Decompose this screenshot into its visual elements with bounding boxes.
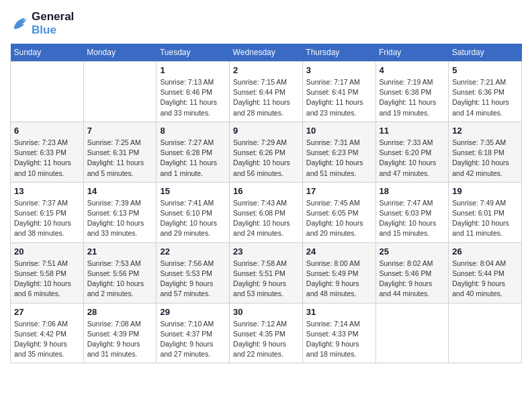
day-info: Sunrise: 7:39 AMSunset: 6:13 PMDaylight:…	[87, 198, 153, 239]
day-cell: 14Sunrise: 7:39 AMSunset: 6:13 PMDayligh…	[83, 182, 157, 242]
day-cell	[449, 303, 522, 363]
day-cell: 30Sunrise: 7:12 AMSunset: 4:35 PMDayligh…	[230, 303, 303, 363]
day-cell: 28Sunrise: 7:08 AMSunset: 4:39 PMDayligh…	[83, 303, 157, 363]
day-info: Sunrise: 7:15 AMSunset: 6:44 PMDaylight:…	[233, 77, 299, 118]
day-cell: 2Sunrise: 7:15 AMSunset: 6:44 PMDaylight…	[230, 62, 303, 122]
day-number: 4	[380, 65, 445, 75]
day-number: 26	[452, 246, 518, 257]
day-number: 10	[306, 126, 372, 136]
day-number: 29	[160, 307, 226, 317]
day-number: 23	[233, 246, 299, 257]
day-number: 24	[306, 246, 372, 257]
day-number: 18	[380, 186, 445, 196]
day-info: Sunrise: 7:37 AMSunset: 6:15 PMDaylight:…	[14, 198, 80, 239]
day-info: Sunrise: 7:35 AMSunset: 6:18 PMDaylight:…	[452, 138, 518, 179]
day-number: 27	[14, 307, 80, 317]
weekday-header-row: SundayMondayTuesdayWednesdayThursdayFrid…	[11, 44, 522, 62]
day-info: Sunrise: 7:17 AMSunset: 6:41 PMDaylight:…	[306, 77, 372, 118]
day-info: Sunrise: 7:06 AMSunset: 4:42 PMDaylight:…	[14, 319, 80, 360]
day-info: Sunrise: 7:43 AMSunset: 6:08 PMDaylight:…	[233, 198, 299, 239]
day-info: Sunrise: 7:10 AMSunset: 4:37 PMDaylight:…	[160, 319, 226, 360]
day-number: 2	[233, 65, 299, 75]
day-number: 15	[160, 186, 226, 196]
day-cell: 3Sunrise: 7:17 AMSunset: 6:41 PMDaylight…	[302, 62, 375, 122]
day-number: 17	[306, 186, 372, 196]
day-info: Sunrise: 7:31 AMSunset: 6:23 PMDaylight:…	[306, 138, 372, 179]
day-number: 13	[14, 186, 80, 196]
day-cell: 15Sunrise: 7:41 AMSunset: 6:10 PMDayligh…	[157, 182, 230, 242]
day-info: Sunrise: 7:58 AMSunset: 5:51 PMDaylight:…	[233, 259, 299, 300]
day-cell: 16Sunrise: 7:43 AMSunset: 6:08 PMDayligh…	[230, 182, 303, 242]
day-info: Sunrise: 7:56 AMSunset: 5:53 PMDaylight:…	[160, 259, 226, 300]
day-number: 28	[87, 307, 153, 317]
day-info: Sunrise: 7:51 AMSunset: 5:58 PMDaylight:…	[14, 259, 80, 300]
day-info: Sunrise: 7:29 AMSunset: 6:26 PMDaylight:…	[233, 138, 299, 179]
day-info: Sunrise: 7:33 AMSunset: 6:20 PMDaylight:…	[380, 138, 445, 179]
calendar-table: SundayMondayTuesdayWednesdayThursdayFrid…	[10, 44, 522, 363]
day-info: Sunrise: 7:21 AMSunset: 6:36 PMDaylight:…	[452, 77, 518, 118]
day-cell: 18Sunrise: 7:47 AMSunset: 6:03 PMDayligh…	[375, 182, 449, 242]
day-number: 8	[160, 126, 226, 136]
day-number: 12	[452, 126, 518, 136]
day-number: 11	[380, 126, 445, 136]
weekday-header-saturday: Saturday	[449, 44, 522, 62]
weekday-header-wednesday: Wednesday	[230, 44, 303, 62]
day-info: Sunrise: 7:12 AMSunset: 4:35 PMDaylight:…	[233, 319, 299, 360]
day-info: Sunrise: 7:08 AMSunset: 4:39 PMDaylight:…	[87, 319, 153, 360]
day-info: Sunrise: 7:14 AMSunset: 4:33 PMDaylight:…	[306, 319, 372, 360]
day-cell: 4Sunrise: 7:19 AMSunset: 6:38 PMDaylight…	[375, 62, 449, 122]
day-number: 7	[87, 126, 153, 136]
day-number: 19	[452, 186, 518, 196]
day-number: 9	[233, 126, 299, 136]
day-number: 31	[306, 307, 372, 317]
day-cell: 5Sunrise: 7:21 AMSunset: 6:36 PMDaylight…	[449, 62, 522, 122]
weekday-header-friday: Friday	[375, 44, 449, 62]
day-info: Sunrise: 7:19 AMSunset: 6:38 PMDaylight:…	[380, 77, 445, 118]
day-number: 14	[87, 186, 153, 196]
day-cell: 10Sunrise: 7:31 AMSunset: 6:23 PMDayligh…	[302, 122, 375, 182]
weekday-header-thursday: Thursday	[302, 44, 375, 62]
day-cell: 1Sunrise: 7:13 AMSunset: 6:46 PMDaylight…	[157, 62, 230, 122]
day-info: Sunrise: 7:27 AMSunset: 6:28 PMDaylight:…	[160, 138, 226, 179]
week-row-1: 1Sunrise: 7:13 AMSunset: 6:46 PMDaylight…	[11, 62, 522, 122]
day-info: Sunrise: 7:49 AMSunset: 6:01 PMDaylight:…	[452, 198, 518, 239]
week-row-3: 13Sunrise: 7:37 AMSunset: 6:15 PMDayligh…	[11, 182, 522, 242]
logo: General Blue	[10, 10, 74, 37]
day-cell: 8Sunrise: 7:27 AMSunset: 6:28 PMDaylight…	[157, 122, 230, 182]
day-info: Sunrise: 7:41 AMSunset: 6:10 PMDaylight:…	[160, 198, 226, 239]
day-number: 25	[380, 246, 445, 257]
weekday-header-monday: Monday	[83, 44, 157, 62]
day-cell: 17Sunrise: 7:45 AMSunset: 6:05 PMDayligh…	[302, 182, 375, 242]
day-number: 6	[14, 126, 80, 136]
day-cell: 31Sunrise: 7:14 AMSunset: 4:33 PMDayligh…	[302, 303, 375, 363]
day-cell: 19Sunrise: 7:49 AMSunset: 6:01 PMDayligh…	[449, 182, 522, 242]
day-number: 1	[160, 65, 226, 75]
day-cell: 20Sunrise: 7:51 AMSunset: 5:58 PMDayligh…	[11, 242, 84, 303]
day-number: 30	[233, 307, 299, 317]
day-info: Sunrise: 8:04 AMSunset: 5:44 PMDaylight:…	[452, 259, 518, 300]
day-number: 3	[306, 65, 372, 75]
week-row-2: 6Sunrise: 7:23 AMSunset: 6:33 PMDaylight…	[11, 122, 522, 182]
logo-text: General Blue	[32, 10, 74, 37]
day-cell	[11, 62, 84, 122]
day-number: 22	[160, 246, 226, 257]
day-number: 20	[14, 246, 80, 257]
day-cell: 12Sunrise: 7:35 AMSunset: 6:18 PMDayligh…	[449, 122, 522, 182]
day-cell: 26Sunrise: 8:04 AMSunset: 5:44 PMDayligh…	[449, 242, 522, 303]
day-cell: 22Sunrise: 7:56 AMSunset: 5:53 PMDayligh…	[157, 242, 230, 303]
page-header: General Blue	[10, 10, 522, 37]
day-cell: 13Sunrise: 7:37 AMSunset: 6:15 PMDayligh…	[11, 182, 84, 242]
day-number: 21	[87, 246, 153, 257]
day-info: Sunrise: 7:13 AMSunset: 6:46 PMDaylight:…	[160, 77, 226, 118]
week-row-4: 20Sunrise: 7:51 AMSunset: 5:58 PMDayligh…	[11, 242, 522, 303]
logo-icon	[10, 14, 29, 33]
day-cell: 9Sunrise: 7:29 AMSunset: 6:26 PMDaylight…	[230, 122, 303, 182]
day-cell: 6Sunrise: 7:23 AMSunset: 6:33 PMDaylight…	[11, 122, 84, 182]
day-number: 5	[452, 65, 518, 75]
day-info: Sunrise: 8:02 AMSunset: 5:46 PMDaylight:…	[380, 259, 445, 300]
day-info: Sunrise: 7:47 AMSunset: 6:03 PMDaylight:…	[380, 198, 445, 239]
day-info: Sunrise: 7:23 AMSunset: 6:33 PMDaylight:…	[14, 138, 80, 179]
day-cell: 27Sunrise: 7:06 AMSunset: 4:42 PMDayligh…	[11, 303, 84, 363]
day-number: 16	[233, 186, 299, 196]
week-row-5: 27Sunrise: 7:06 AMSunset: 4:42 PMDayligh…	[11, 303, 522, 363]
